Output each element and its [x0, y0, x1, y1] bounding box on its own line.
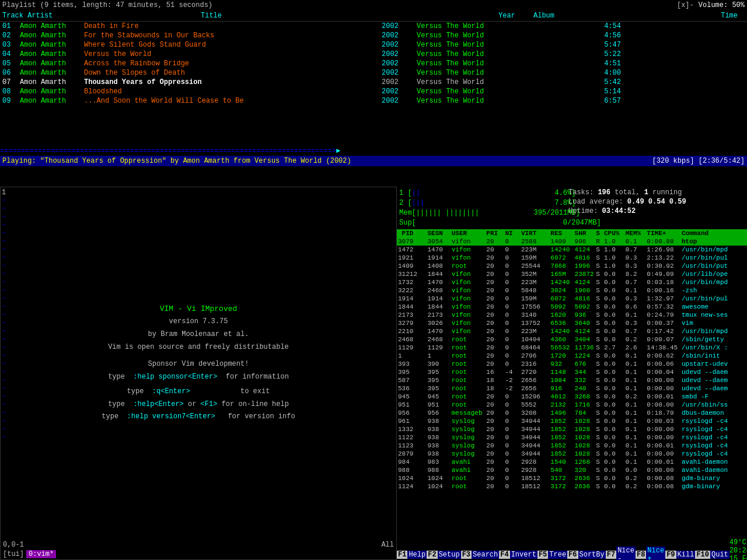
- process-row[interactable]: 988 988 avahi 20 0 2928 540 320 S 0.0 0.…: [397, 466, 747, 474]
- proc-res: 1852: [550, 433, 574, 442]
- process-row[interactable]: 1921 1914 vifon 20 0 159M 6072 4816 S 1.…: [397, 254, 747, 262]
- process-row[interactable]: 1914 1914 vifon 20 0 159M 6072 4816 S 0.…: [397, 295, 747, 303]
- proc-pri: 20: [486, 327, 505, 335]
- playlist-row-5[interactable]: 05 Amon Amarth Across the Rainbow Bridge…: [0, 59, 747, 68]
- proc-pid: 31212: [398, 270, 427, 278]
- proc-time: 0:00.00: [647, 425, 682, 433]
- proc-virt: 34944: [521, 425, 550, 433]
- track-album: Versus The World: [417, 50, 586, 58]
- proc-cmd: -zsh: [682, 286, 746, 295]
- proc-shr: 11736: [575, 344, 596, 352]
- htop-table-header: PID SESN USER PRI NI VIRT RES SHR S CPU%…: [397, 229, 747, 237]
- proc-s: S: [596, 466, 604, 474]
- process-row[interactable]: 3222 2468 vifon 20 0 5848 3024 1960 S 0.…: [397, 286, 747, 295]
- htop-header: 1 [|| 4.6%] 2 [||| 7.8%] Mem: [397, 187, 747, 229]
- process-row[interactable]: 3279 3026 vifon 20 0 13752 6536 3640 S 0…: [397, 319, 747, 327]
- process-row[interactable]: 393 390 root 20 0 2316 932 676 S 0.0 0.1…: [397, 360, 747, 368]
- process-row[interactable]: 3079 3054 vifon 20 0 2588 1400 996 R 1.0…: [397, 237, 747, 246]
- proc-res: 1400: [550, 237, 574, 246]
- proc-user: root: [452, 344, 487, 352]
- proc-virt: 34944: [521, 450, 550, 458]
- f4-key[interactable]: F4: [499, 551, 509, 559]
- proc-pri: 20: [486, 278, 505, 286]
- vim-content: VIM - Vi IMproved version 7.3.75 by Bram…: [1, 187, 396, 538]
- track-title: Death in Fire: [84, 22, 382, 30]
- proc-virt: 2316: [521, 360, 550, 368]
- proc-ni: 0: [505, 409, 521, 417]
- proc-shr: 5092: [575, 303, 596, 311]
- process-row[interactable]: 984 983 avahi 20 0 2928 1540 1268 S 0.0 …: [397, 458, 747, 466]
- process-row[interactable]: 2173 2173 vifon 20 0 3140 1620 936 S 0.0…: [397, 311, 747, 319]
- track-time: 5:22: [586, 50, 621, 58]
- tasks-info: Tasks: 196 total, 1 running Load average…: [568, 188, 686, 228]
- process-row[interactable]: 945 945 root 20 0 15296 4012 3268 S 0.0 …: [397, 393, 747, 401]
- proc-user: vifon: [452, 303, 487, 311]
- f5-key[interactable]: F5: [537, 551, 548, 559]
- proc-res: 1540: [550, 458, 574, 466]
- track-title: Bloodshed: [84, 88, 382, 96]
- proc-cmd: gdm-binary: [682, 482, 746, 491]
- proc-pri: 20: [486, 237, 505, 246]
- playlist-row-1[interactable]: 01 Amon Amarth Death in Fire 2002 Versus…: [0, 22, 747, 31]
- process-row[interactable]: 1409 1408 root 20 0 25544 7868 1996 S 1.…: [397, 262, 747, 270]
- process-row[interactable]: 1844 1844 vifon 20 0 17556 5092 5092 S 0…: [397, 303, 747, 311]
- track-year: 2002: [382, 22, 417, 30]
- playlist-row-8[interactable]: 08 Amon Amarth Bloodshed 2002 Versus The…: [0, 87, 747, 96]
- process-row[interactable]: 536 395 root 18 -2 2656 916 240 S 0.0 0.…: [397, 384, 747, 393]
- f2-key[interactable]: F2: [427, 551, 437, 559]
- f3-key[interactable]: F3: [461, 551, 472, 559]
- process-row[interactable]: 1024 1024 root 20 0 18512 3172 2636 S 0.…: [397, 474, 747, 482]
- proc-cpu: 2.7: [604, 344, 626, 352]
- process-row[interactable]: 951 951 root 20 0 5552 2132 1716 S 0.0 0…: [397, 401, 747, 409]
- proc-sesn: 395: [427, 376, 451, 384]
- proc-shr: 2636: [575, 482, 596, 491]
- proc-virt: 159M: [521, 254, 550, 262]
- f10-key[interactable]: F10: [695, 551, 710, 559]
- process-row[interactable]: 1332 938 syslog 20 0 34944 1852 1028 S 0…: [397, 425, 747, 433]
- proc-user: syslog: [452, 433, 487, 442]
- process-row[interactable]: 2879 938 syslog 20 0 34944 1852 1028 S 0…: [397, 450, 747, 458]
- vim-tab-indicator: 0:vim*: [26, 550, 56, 558]
- f9-key[interactable]: F9: [665, 551, 676, 559]
- proc-sesn: 390: [427, 360, 451, 368]
- process-row[interactable]: 31212 1844 vifon 20 0 352M 165M 23872 S …: [397, 270, 747, 278]
- process-row[interactable]: 1 1 root 20 0 2796 1720 1224 S 0.0 0.1 0…: [397, 352, 747, 360]
- f6-key[interactable]: F6: [567, 551, 578, 559]
- proc-virt: 10404: [521, 335, 550, 344]
- playlist-row-7[interactable]: 07 Amon Amarth Thousand Years of Oppress…: [0, 78, 747, 87]
- proc-s: S: [596, 319, 604, 327]
- proc-pri: 20: [486, 482, 505, 491]
- swap-row: Sup [ 0/2047MB]: [399, 218, 563, 228]
- playlist-row-2[interactable]: 02 Amon Amarth For the Stabwounds in Our…: [0, 31, 747, 40]
- process-row[interactable]: 2210 1470 vifon 20 0 223M 14240 4124 S 0…: [397, 327, 747, 335]
- process-row[interactable]: 1122 938 syslog 20 0 34944 1852 1028 S 0…: [397, 433, 747, 442]
- f1-key[interactable]: F1: [397, 551, 407, 559]
- close-button[interactable]: [x]-: [677, 1, 694, 9]
- process-row[interactable]: 1124 1024 root 20 0 18512 3172 2636 S 0.…: [397, 482, 747, 491]
- proc-mem: 0.2: [626, 393, 647, 401]
- process-row[interactable]: 961 938 syslog 20 0 34944 1852 1028 S 0.…: [397, 417, 747, 425]
- proc-cmd: /usr/bin/pul: [682, 254, 746, 262]
- playlist-row-3[interactable]: 03 Amon Amarth Where Silent Gods Stand G…: [0, 40, 747, 50]
- proc-cmd: rsyslogd -c4: [682, 442, 746, 450]
- f8-key[interactable]: F8: [636, 551, 646, 559]
- process-row[interactable]: 2468 2468 root 20 0 10404 4360 3404 S 0.…: [397, 335, 747, 344]
- playlist-row-6[interactable]: 06 Amon Amarth Down the Slopes of Death …: [0, 68, 747, 78]
- proc-pid: 1472: [398, 246, 427, 254]
- track-time: 6:57: [586, 97, 621, 105]
- process-row[interactable]: 1123 938 syslog 20 0 34944 1852 1028 S 0…: [397, 442, 747, 450]
- process-row[interactable]: 587 395 root 18 -2 2656 1084 332 S 0.0 0…: [397, 376, 747, 384]
- playlist-section: Playlist (9 items, length: 47 minutes, 5…: [0, 0, 747, 187]
- process-row[interactable]: 956 956 messageb 20 0 3208 1496 784 S 0.…: [397, 409, 747, 417]
- process-row[interactable]: 1472 1470 vifon 20 0 223M 14240 4124 S 1…: [397, 246, 747, 254]
- process-row[interactable]: 1129 1129 root 20 0 68464 56532 11736 S …: [397, 344, 747, 352]
- proc-res: 1852: [550, 417, 574, 425]
- f7-key[interactable]: F7: [606, 551, 616, 559]
- bitrate-info: [320 kbps] [2:36/5:42]: [652, 157, 745, 165]
- htop-footer[interactable]: F1 Help F2 Setup F3 Search F4 Invert F5 …: [397, 550, 747, 560]
- playlist-row-9[interactable]: 09 Amon Amarth ...And Soon the World Wil…: [0, 96, 747, 106]
- proc-user: vifon: [452, 278, 487, 286]
- process-row[interactable]: 395 395 root 16 -4 2720 1148 344 S 0.0 0…: [397, 368, 747, 376]
- process-row[interactable]: 1732 1470 vifon 20 0 223M 14240 4124 S 0…: [397, 278, 747, 286]
- playlist-row-4[interactable]: 04 Amon Amarth Versus the World 2002 Ver…: [0, 50, 747, 59]
